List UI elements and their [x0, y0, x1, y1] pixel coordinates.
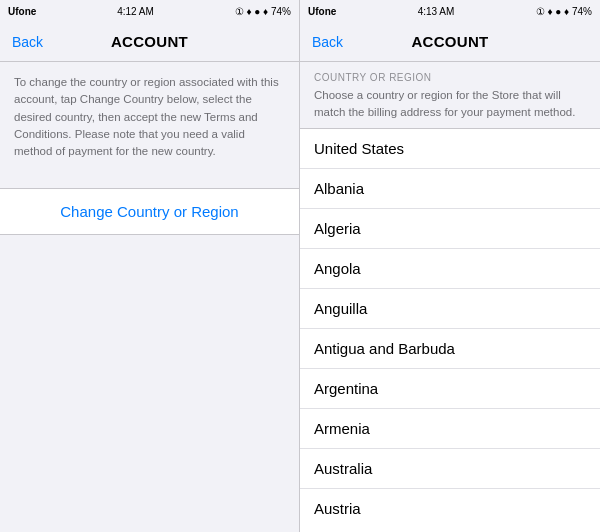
status-icons-right: ① ♦ ● ♦ 74%: [536, 6, 592, 17]
country-name: Albania: [314, 180, 364, 197]
country-item[interactable]: Australia: [300, 449, 600, 489]
country-name: Australia: [314, 460, 372, 477]
status-bar-left: Ufone 4:12 AM ① ♦ ● ♦ 74%: [0, 0, 299, 22]
country-name: Algeria: [314, 220, 361, 237]
status-icons-left: ① ♦ ● ♦ 74%: [235, 6, 291, 17]
back-button-right[interactable]: Back: [312, 34, 343, 50]
country-item[interactable]: Antigua and Barbuda: [300, 329, 600, 369]
country-name: Armenia: [314, 420, 370, 437]
country-item[interactable]: Armenia: [300, 409, 600, 449]
carrier-left: Ufone: [8, 6, 36, 17]
country-name: Argentina: [314, 380, 378, 397]
back-button-left[interactable]: Back: [12, 34, 43, 50]
country-item[interactable]: Albania: [300, 169, 600, 209]
country-name: Antigua and Barbuda: [314, 340, 455, 357]
battery-text-right: ① ♦ ● ♦ 74%: [536, 6, 592, 17]
left-phone-screen: Ufone 4:12 AM ① ♦ ● ♦ 74% Back ACCOUNT T…: [0, 0, 300, 532]
content-area-left: To change the country or region associat…: [0, 62, 299, 532]
time-right: 4:13 AM: [418, 6, 455, 17]
country-item[interactable]: Angola: [300, 249, 600, 289]
change-country-section[interactable]: Change Country or Region: [0, 188, 299, 235]
right-phone-screen: Ufone 4:13 AM ① ♦ ● ♦ 74% Back ACCOUNT C…: [300, 0, 600, 532]
time-left: 4:12 AM: [117, 6, 154, 17]
country-name: Anguilla: [314, 300, 367, 317]
country-name: Austria: [314, 500, 361, 517]
country-name: United States: [314, 140, 404, 157]
page-title-right: ACCOUNT: [411, 33, 488, 50]
carrier-right: Ufone: [308, 6, 336, 17]
country-header-section: COUNTRY OR REGION Choose a country or re…: [300, 62, 600, 129]
country-name: Angola: [314, 260, 361, 277]
info-section: To change the country or region associat…: [0, 62, 299, 172]
info-text: To change the country or region associat…: [14, 74, 285, 160]
country-item[interactable]: Algeria: [300, 209, 600, 249]
section-label: COUNTRY OR REGION: [314, 72, 586, 83]
page-title-left: ACCOUNT: [111, 33, 188, 50]
section-description: Choose a country or region for the Store…: [314, 87, 586, 120]
country-item[interactable]: Anguilla: [300, 289, 600, 329]
battery-text-left: ① ♦ ● ♦ 74%: [235, 6, 291, 17]
nav-bar-left: Back ACCOUNT: [0, 22, 299, 62]
country-item[interactable]: United States: [300, 129, 600, 169]
country-item[interactable]: Argentina: [300, 369, 600, 409]
nav-bar-right: Back ACCOUNT: [300, 22, 600, 62]
country-list: United StatesAlbaniaAlgeriaAngolaAnguill…: [300, 129, 600, 532]
country-item[interactable]: Austria: [300, 489, 600, 528]
status-bar-right: Ufone 4:13 AM ① ♦ ● ♦ 74%: [300, 0, 600, 22]
change-country-button[interactable]: Change Country or Region: [0, 189, 299, 234]
